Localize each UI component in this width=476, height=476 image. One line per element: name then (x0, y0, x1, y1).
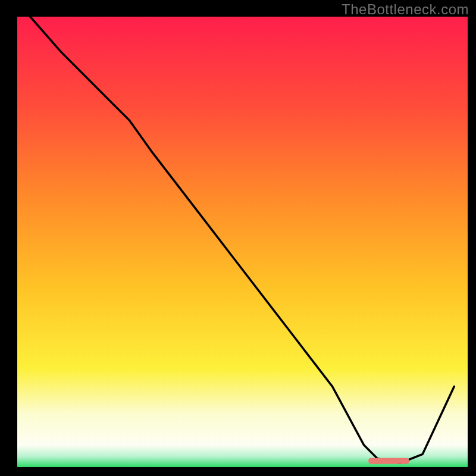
plot-background (17, 17, 468, 468)
watermark-text: TheBottleneck.com (342, 1, 469, 18)
chart-svg (0, 0, 476, 476)
chart-container: TheBottleneck.com (0, 0, 476, 476)
optimum-marker (368, 458, 409, 464)
